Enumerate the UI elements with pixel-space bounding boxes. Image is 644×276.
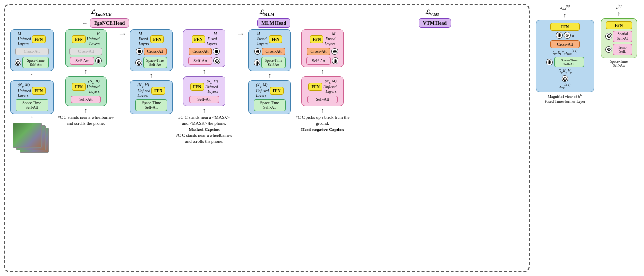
otimes-detail: ⊗: [564, 32, 571, 39]
arrow-9: ↑: [321, 68, 324, 75]
plus-1: ⊕: [15, 59, 21, 66]
qkvv-label: Qv Kv Vv: [558, 69, 571, 74]
ffn-detail-2: FFN: [606, 21, 632, 29]
main-diagram: ℒEgoNCE ℒMLM ℒVTM ← EgoNCE Head MLM Hea: [4, 4, 530, 272]
plus-detail-4: ⊕: [605, 33, 612, 40]
spacetime-1: Space-TimeSelf-Att: [22, 57, 49, 68]
head-boxes-row: ← EgoNCE Head MLM Head VTM Head: [9, 18, 525, 28]
enc-vtm-vid-bottom: (NV-M)UnfusedLayers FFN Space-TimeSelf-A…: [248, 80, 291, 114]
m-fused-label-2: MFusedLayers: [206, 32, 217, 46]
plus-6: ⊕: [213, 57, 220, 64]
enc-vtm-txt-bottom: FFN (NL-M)UnfusedLayers Self-Att: [301, 76, 344, 106]
spacetime-6: Space-TimeSelf-Att: [254, 99, 286, 111]
selfatt-5: Self-Att: [306, 57, 331, 65]
nv-m-label-3: (NV-M)UnfusedLayers: [256, 83, 269, 98]
vtm-video-encoder: MFusedLayers FFN ⊕ Cross-Att ⊕ Space-Tim…: [248, 29, 291, 114]
sep-arrow-2: →: [235, 29, 246, 39]
sep-arrow-1: →: [117, 29, 128, 39]
loss-labels-row: ℒEgoNCE ℒMLM ℒVTM: [9, 9, 525, 16]
magnified-label: Magnified view of kthFused TimeSformer L…: [545, 93, 585, 104]
caption-1: #C C stands near a wheelbarrow and scrol…: [57, 115, 115, 126]
spacetime-4: Space-TimeSelf-Att: [135, 99, 167, 111]
nl-m-label-3: (NL-M)UnfusedLayers: [323, 79, 337, 94]
plus-9: ⊕: [331, 48, 338, 55]
egonce-text-encoder: FFN MUnfusedLayers Cross-Att Self-Att ⊕ …: [57, 29, 115, 126]
main-container: ℒEgoNCE ℒMLM ℒVTM ← EgoNCE Head MLM Hea: [0, 0, 644, 276]
m-fused-label-3: MFusedLayers: [257, 32, 268, 46]
selfatt-6: Self-Att: [307, 96, 338, 103]
enc-mlm-vid-bottom: (NV-M)UnfusedLayers FFN Space-TimeSelf-A…: [130, 80, 173, 114]
enc-mlm-txt-bottom: FFN (NL-M)UnfusedLayers Self-Att: [183, 76, 225, 106]
spacetime-3: Space-TimeSelf-Att: [143, 57, 167, 68]
plus-detail-3: ⊕: [562, 75, 568, 82]
ffn-detail: FFN: [550, 23, 580, 31]
loss-mlm: ℒMLM: [259, 9, 274, 16]
vtm-head-box: VTM Head: [419, 18, 451, 28]
ffn-12: FFN: [308, 83, 322, 91]
right-diagrams: xvid(k) ↑ FFN ⊕ ⊗ α Cross-Att Qv Kt Vt x…: [533, 4, 640, 272]
enc-mlm-vid-top: MFusedLayers FFN ⊕ Cross-Att ⊕ Space-Tim…: [130, 29, 173, 71]
enc-video-top: MUnfusedLayers FFN Cross-Att ⊕ Space-Tim…: [10, 29, 54, 71]
ffn-2: FFN: [32, 87, 46, 95]
ffn-11: FFN: [310, 35, 324, 43]
enc-video-bottom: (NV-M)UnfusedLayers FFN Space-TimeSelf-A…: [10, 80, 54, 114]
nl-m-label-2: (NL-M)UnfusedLayers: [205, 79, 218, 94]
nv-m-label-1: (NV-M)UnfusedLayers: [18, 83, 31, 98]
nl-m-label-1: (NL-M)UnfusedLayers: [87, 79, 100, 94]
nv-m-label-2: (NV-M)UnfusedLayers: [137, 83, 150, 98]
x-vid-label: xvid(k): [560, 4, 570, 11]
arrow-detail-1: ↑: [564, 12, 567, 19]
plus-detail-5: ⊕: [605, 46, 612, 53]
vtm-head-group: VTM Head: [419, 18, 451, 28]
ffn-4: FFN: [72, 83, 86, 91]
arrow-10: ↑: [321, 107, 324, 114]
ffn-9: FFN: [269, 35, 283, 43]
mlm-head-box: MLM Head: [257, 18, 290, 28]
masked-caption-text: #C C stands near a <MASK> and <MASK> the…: [175, 115, 233, 126]
m-fused-label-4: MFusedLayers: [324, 32, 335, 46]
video-image-input: [13, 123, 51, 154]
spatial-self-att-detail: SpatialSelf-Att: [613, 31, 632, 42]
selfatt-1: Self-Att: [70, 57, 94, 65]
plus-detail-2: ⊕: [546, 59, 553, 65]
arrow-6: ↑: [203, 68, 206, 75]
vtm-caption-group: #C C picks up a brick from the ground. H…: [293, 115, 352, 132]
crossatt-gray-2: Cross-Att: [69, 48, 102, 55]
ffn-7: FFN: [192, 35, 206, 43]
egonce-video-encoder: MUnfusedLayers FFN Cross-Att ⊕ Space-Tim…: [9, 29, 55, 154]
ffn-3: FFN: [72, 35, 86, 43]
matched-caption: #C C stands near a wheelbarrow and scrol…: [175, 133, 233, 144]
x-vid-prev-label: xvid(k-1): [560, 83, 570, 89]
arrow-8: ↑: [268, 72, 272, 79]
enc-text-top-1: FFN MUnfusedLayers Cross-Att Self-Att ⊕: [65, 29, 107, 67]
m-unfused-label-1: MUnfusedLayers: [18, 32, 31, 46]
mlm-caption-group: #C C stands near a <MASK> and <MASK> the…: [175, 115, 233, 145]
alpha-label: α: [572, 33, 574, 38]
spacetime-label: Space-TimeSelf-Att: [610, 59, 628, 68]
m-fused-label-1: MFusedLayers: [139, 32, 149, 46]
arrow-1: ↑: [30, 72, 33, 79]
ffn-8: FFN: [190, 83, 204, 91]
spacetime-5: Space-TimeSelf-Att: [261, 57, 286, 68]
crossatt-3: Cross-Att: [262, 48, 285, 55]
plus-10: ⊕: [332, 57, 338, 64]
arrow-5: ↑: [150, 72, 153, 79]
plus-detail-1: ⊕: [556, 32, 563, 39]
enc-text-bottom-1: FFN (NL-M)UnfusedLayers Self-Att: [65, 76, 107, 106]
fused-timesformer-detail: FFN ⊕ ⊗ α Cross-Att Qv Kt Vt xtext(k-1) …: [536, 20, 594, 93]
mlm-head-group: MLM Head: [257, 18, 290, 28]
arrow-4: ↑: [84, 107, 88, 114]
crossatt-1: Cross-Att: [144, 48, 167, 55]
hardneg-caption-label: Hard-negative Caption: [301, 127, 344, 132]
encoder-row: MUnfusedLayers FFN Cross-Att ⊕ Space-Tim…: [9, 29, 525, 267]
masked-caption-label: Masked Caption: [189, 127, 220, 132]
arrow-3: ↑: [84, 68, 88, 75]
selfatt-3: Self-Att: [188, 57, 212, 65]
ffn-10: FFN: [270, 87, 284, 95]
crossatt-gray-1: Cross-Att: [15, 48, 49, 55]
plus-3: ⊕: [136, 48, 143, 55]
mlm-text-encoder: FFN MFusedLayers Cross-Att ⊕ Self-Att ⊕ …: [175, 29, 233, 144]
plus-5: ⊕: [213, 48, 220, 55]
z-k-label: z(k): [616, 4, 621, 10]
magnified-view: xvid(k) ↑ FFN ⊕ ⊗ α Cross-Att Qv Kt Vt x…: [533, 4, 596, 272]
